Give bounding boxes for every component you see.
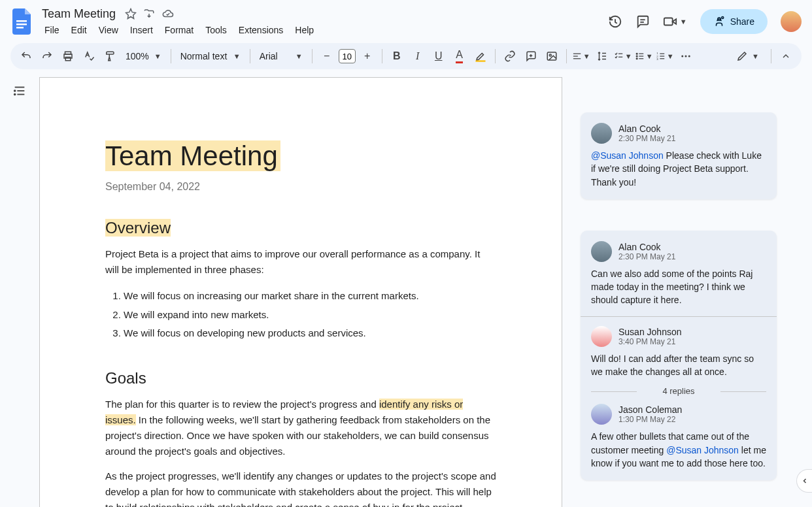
svg-rect-0 [16,20,27,22]
font-size-decrease[interactable]: − [318,47,336,65]
avatar [591,326,612,347]
mention[interactable]: @Susan Johnson [666,445,739,455]
doc-heading-title: Team Meeting [105,140,280,171]
svg-point-24 [636,53,637,54]
print-icon[interactable] [59,47,77,65]
cloud-icon[interactable] [161,8,175,20]
header-bar: Team Meeting File Edit View Insert Forma… [0,0,812,38]
move-icon[interactable] [143,8,155,20]
svg-point-7 [721,17,723,19]
doc-date: September 04, 2022 [105,181,496,193]
menu-extensions[interactable]: Extensions [233,22,288,38]
add-comment-icon[interactable] [522,47,540,65]
comment-body: Will do! I can add after the team sync s… [591,352,766,379]
paragraph-style-select[interactable]: Normal text▼ [177,51,245,61]
toolbar: 100%▼ Normal text▼ Arial▼ − + B I U A ▼ … [10,43,802,69]
comment-author: Alan Cook [618,123,675,134]
history-icon[interactable] [608,14,622,29]
share-button[interactable]: Share [700,9,768,34]
doc-title-input[interactable]: Team Meeting [39,6,118,22]
list-item: We will focus on developing new products… [124,324,496,343]
comment-body: Can we also add some of the points Raj m… [591,267,766,307]
italic-icon[interactable]: I [409,47,427,65]
more-icon[interactable] [677,47,695,65]
svg-rect-2 [16,27,24,29]
line-spacing-icon[interactable] [593,47,611,65]
list-item: We will focus on increasing our market s… [124,287,496,306]
checklist-icon[interactable]: ▼ [614,47,632,65]
font-size-input[interactable] [339,49,356,63]
numbered-list-icon[interactable]: 123▼ [656,47,674,65]
collapse-toolbar-icon[interactable] [777,47,795,65]
overview-paragraph: Project Beta is a project that aims to i… [105,246,496,278]
comment-author: Susan Johnson [618,327,682,337]
list-item: We will expand into new markets. [124,306,496,325]
menu-insert[interactable]: Insert [125,22,158,38]
comment-timestamp: 1:30 PM May 22 [618,415,682,424]
menu-tools[interactable]: Tools [200,22,232,38]
svg-point-28 [636,58,637,59]
underline-icon[interactable]: U [430,47,448,65]
comment-card[interactable]: Alan Cook 2:30 PM May 21 Can we also add… [581,231,777,480]
comment-author: Jason Coleman [618,404,682,415]
avatar [591,241,612,262]
spellcheck-icon[interactable] [80,47,98,65]
redo-icon[interactable] [38,47,56,65]
section-overview-heading: Overview [105,219,496,237]
menu-edit[interactable]: Edit [66,22,92,38]
goals-paragraph-2: As the project progresses, we'll identif… [105,468,496,508]
font-size-increase[interactable]: + [358,47,377,65]
menu-format[interactable]: Format [160,22,199,38]
star-icon[interactable] [125,8,137,20]
zoom-value: 100% [126,51,149,61]
image-icon[interactable] [543,47,561,65]
meet-button[interactable]: ▼ [663,14,687,29]
font-select[interactable]: Arial▼ [256,51,307,61]
comment-timestamp: 2:30 PM May 21 [618,252,675,261]
svg-point-26 [636,56,637,57]
comment-body: A few other bullets that came out of the… [591,430,766,470]
svg-point-15 [549,54,551,56]
svg-rect-1 [16,24,27,25]
comments-icon[interactable] [635,14,650,29]
comment-author: Alan Cook [618,242,675,252]
svg-point-37 [685,56,686,57]
goals-paragraph-1: The plan for this quarter is to review t… [105,397,496,459]
paint-format-icon[interactable] [101,47,119,65]
document-page[interactable]: Team Meeting September 04, 2022 Overview… [39,77,562,507]
replies-count[interactable]: 4 replies [591,386,766,396]
menu-help[interactable]: Help [290,22,319,38]
style-value: Normal text [180,51,228,61]
comment-card[interactable]: Alan Cook 2:30 PM May 21 @Susan Johnson … [581,112,777,199]
account-avatar[interactable] [781,11,802,32]
outline-icon[interactable] [12,84,27,507]
comments-panel: Alan Cook 2:30 PM May 21 @Susan Johnson … [581,77,777,507]
comment-timestamp: 2:30 PM May 21 [618,134,675,143]
comment-body: @Susan Johnson Please check with Luke if… [591,149,766,189]
align-icon[interactable]: ▼ [572,47,590,65]
menu-bar: File Edit View Insert Format Tools Exten… [39,22,319,38]
comment-timestamp: 3:40 PM May 21 [618,337,682,346]
phases-list: We will focus on increasing our market s… [124,287,496,343]
mention[interactable]: @Susan Johnson [591,150,664,161]
svg-text:3: 3 [656,57,658,61]
svg-point-38 [688,56,690,57]
bullet-list-icon[interactable]: ▼ [635,47,653,65]
highlight-icon[interactable] [471,47,490,65]
text-color-icon[interactable]: A [450,47,469,65]
section-goals-heading: Goals [105,369,496,387]
bold-icon[interactable]: B [388,47,406,65]
avatar [591,404,612,425]
zoom-select[interactable]: 100%▼ [122,51,165,61]
svg-point-36 [681,56,683,57]
link-icon[interactable] [501,47,519,65]
undo-icon[interactable] [17,47,35,65]
svg-rect-5 [664,18,673,25]
editing-mode-button[interactable]: ▼ [730,48,766,65]
svg-rect-14 [547,52,556,60]
share-label: Share [730,16,754,27]
menu-view[interactable]: View [93,22,124,38]
docs-logo[interactable] [10,10,34,33]
avatar [591,123,612,144]
menu-file[interactable]: File [39,22,65,38]
